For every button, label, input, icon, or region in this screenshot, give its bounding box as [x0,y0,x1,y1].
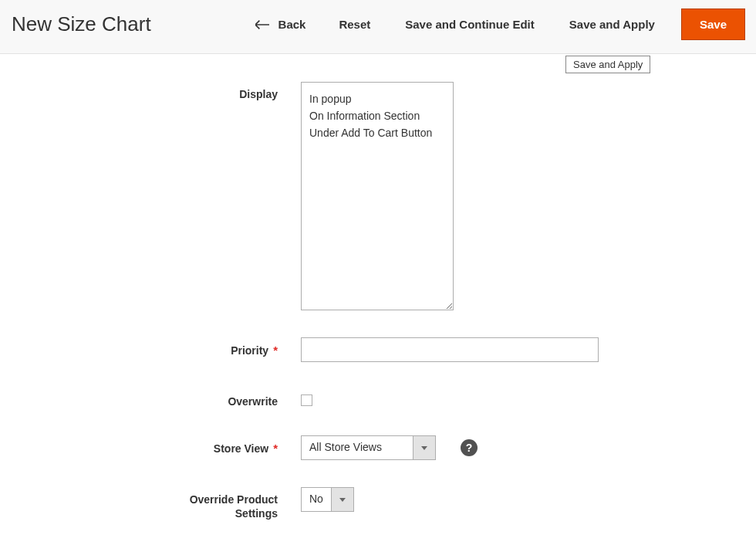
back-label: Back [278,18,306,31]
overwrite-checkbox[interactable] [301,394,312,406]
form: Display In popup On Information Section … [0,54,756,521]
save-continue-button[interactable]: Save and Continue Edit [388,12,552,37]
override-product-label: Override Product Settings [15,487,301,520]
save-button[interactable]: Save [682,9,744,39]
display-field: Display In popup On Information Section … [15,82,756,310]
priority-input[interactable] [301,337,599,362]
reset-button[interactable]: Reset [322,12,387,37]
save-apply-tooltip: Save and Apply [565,56,650,73]
store-view-dropdown-button[interactable] [413,435,436,460]
display-multiselect[interactable]: In popup On Information Section Under Ad… [301,82,454,310]
priority-field: Priority [15,337,756,362]
store-view-field: Store View All Store Views ? [15,435,756,460]
display-option[interactable]: In popup [309,90,445,107]
overwrite-label: Overwrite [15,389,301,408]
store-view-select[interactable]: All Store Views [301,435,436,460]
override-product-select[interactable]: No [301,487,756,512]
overwrite-field: Overwrite [15,389,756,408]
store-view-label: Store View [15,435,301,456]
store-view-value: All Store Views [301,435,413,460]
page-title: New Size Chart [12,12,151,36]
display-label: Display [15,82,301,101]
display-option[interactable]: Under Add To Cart Button [309,124,445,141]
help-icon[interactable]: ? [461,439,478,456]
display-option[interactable]: On Information Section [309,107,445,124]
priority-label: Priority [15,337,301,358]
chevron-down-icon [421,446,427,450]
page-header: New Size Chart Back Reset Save and Conti… [0,0,756,54]
save-apply-button[interactable]: Save and Apply [552,12,672,37]
arrow-left-icon [255,20,269,29]
override-product-dropdown-button[interactable] [331,487,354,512]
back-button[interactable]: Back [240,12,322,37]
toolbar: Back Reset Save and Continue Edit Save a… [240,9,744,39]
override-product-field: Override Product Settings No [15,487,756,520]
chevron-down-icon [339,498,346,502]
override-product-value: No [301,487,331,512]
